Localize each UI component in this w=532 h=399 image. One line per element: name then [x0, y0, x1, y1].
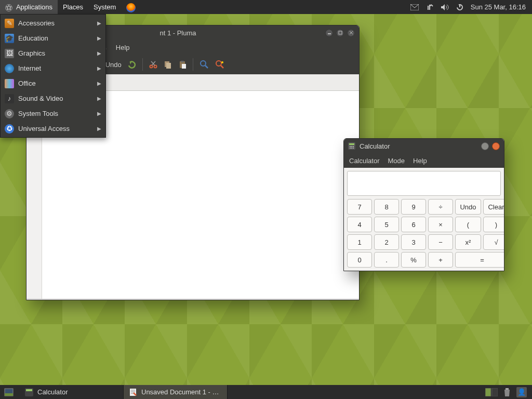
svg-rect-43	[492, 388, 498, 396]
accessories-icon: ✎	[5, 19, 14, 28]
calc-key-square[interactable]: x²	[455, 234, 481, 250]
menu-item-sound-video[interactable]: ♪ Sound & Video▶	[1, 91, 105, 106]
maximize-button[interactable]	[336, 29, 344, 37]
svg-rect-11	[339, 31, 342, 34]
text-editor-icon	[129, 388, 137, 396]
education-icon: 🎓	[5, 34, 14, 43]
copy-button[interactable]	[164, 60, 172, 69]
calc-key-0[interactable]: 0	[347, 252, 372, 268]
menu-item-education[interactable]: 🎓 Education▶	[1, 31, 105, 46]
calc-key-equals[interactable]: =	[455, 252, 504, 268]
power-icon[interactable]	[456, 4, 463, 11]
calculator-display[interactable]	[347, 171, 501, 196]
svg-rect-22	[181, 61, 184, 62]
calculator-icon	[25, 388, 33, 396]
graphics-icon: 🖼	[5, 49, 14, 58]
svg-rect-30	[349, 143, 354, 145]
calculator-icon	[348, 142, 355, 150]
menu-item-universal-access[interactable]: ✪ Universal Access▶	[1, 121, 105, 136]
calc-menu-calculator[interactable]: Calculator	[349, 157, 380, 165]
calc-key-9[interactable]: 9	[401, 199, 426, 215]
calculator-keypad: 7 8 9 ÷ Undo Clear 4 5 6 × ( ) 1 2 3 − x…	[347, 199, 501, 268]
system-tray: Sun 25 Mar, 16:16	[404, 3, 532, 11]
redo-button[interactable]	[128, 60, 136, 69]
calc-key-lparen[interactable]: (	[455, 217, 481, 232]
calc-key-7[interactable]: 7	[347, 199, 372, 215]
calc-key-1[interactable]: 1	[347, 234, 372, 250]
svg-point-3	[10, 6, 11, 7]
calc-key-8[interactable]: 8	[374, 199, 399, 215]
menu-item-accessories[interactable]: ✎ Accessories▶	[1, 16, 105, 31]
svg-line-25	[205, 65, 208, 68]
system-tools-icon: ⚙	[5, 109, 14, 118]
clock[interactable]: Sun 25 Mar, 16:16	[471, 3, 526, 11]
universal-access-icon: ✪	[5, 124, 14, 134]
calculator-menubar: Calculator Mode Help	[344, 153, 504, 168]
calc-key-undo[interactable]: Undo	[455, 199, 481, 215]
calc-key-minus[interactable]: −	[428, 234, 453, 250]
network-icon[interactable]	[426, 4, 433, 11]
mail-icon[interactable]	[410, 4, 419, 10]
calc-key-3[interactable]: 3	[401, 234, 426, 250]
taskbar-item-pluma[interactable]: Unsaved Document 1 - …	[124, 385, 228, 399]
svg-point-31	[350, 146, 351, 147]
calc-menu-help[interactable]: Help	[413, 157, 427, 165]
firefox-launcher[interactable]	[121, 0, 143, 14]
top-panel: Applications Places System Sun 25 Mar, 1…	[0, 0, 532, 14]
svg-point-34	[350, 148, 351, 149]
show-desktop-button[interactable]	[4, 388, 14, 396]
calc-key-5[interactable]: 5	[374, 217, 399, 232]
trash-icon[interactable]	[503, 388, 511, 397]
sound-video-icon: ♪	[5, 94, 14, 103]
calc-key-2[interactable]: 2	[374, 234, 399, 250]
svg-point-35	[351, 148, 352, 149]
paste-button[interactable]	[178, 60, 187, 69]
calculator-window: Calculator Calculator Mode Help 7 8 9 ÷ …	[343, 138, 504, 271]
menu-item-office[interactable]: Office▶	[1, 76, 105, 91]
calc-key-multiply[interactable]: ×	[428, 217, 453, 232]
close-button[interactable]	[347, 29, 355, 37]
find-replace-button[interactable]	[215, 60, 224, 69]
internet-icon	[5, 64, 14, 73]
calc-minimize-button[interactable]	[481, 142, 489, 150]
svg-point-24	[201, 61, 206, 66]
applications-menu-button[interactable]: Applications	[0, 0, 58, 14]
svg-rect-44	[506, 388, 509, 390]
calc-key-4[interactable]: 4	[347, 217, 372, 232]
firefox-icon	[126, 3, 136, 12]
calc-key-dot[interactable]: .	[374, 252, 399, 268]
menu-item-graphics[interactable]: 🖼 Graphics▶	[1, 46, 105, 61]
calc-key-clear[interactable]: Clear	[483, 199, 504, 215]
calc-key-plus[interactable]: +	[428, 252, 453, 268]
calc-menu-mode[interactable]: Mode	[388, 157, 405, 165]
taskbar-item-calculator[interactable]: Calculator	[20, 385, 124, 399]
calculator-titlebar[interactable]: Calculator	[344, 139, 504, 153]
minimize-button[interactable]	[325, 29, 333, 37]
menu-item-internet[interactable]: Internet▶	[1, 61, 105, 76]
volume-icon[interactable]	[441, 4, 449, 11]
calc-key-rparen[interactable]: )	[483, 217, 504, 232]
svg-point-4	[10, 9, 11, 10]
find-button[interactable]	[200, 60, 209, 69]
svg-line-27	[221, 65, 223, 68]
cut-button[interactable]	[149, 60, 157, 69]
svg-point-26	[216, 61, 221, 66]
calc-key-divide[interactable]: ÷	[428, 199, 453, 215]
calc-close-button[interactable]	[492, 142, 500, 150]
calc-key-sqrt[interactable]: √	[483, 234, 504, 250]
calc-key-percent[interactable]: %	[401, 252, 426, 268]
menu-help[interactable]: Help	[116, 44, 130, 51]
svg-point-32	[351, 146, 352, 147]
places-menu-button[interactable]: Places	[58, 0, 88, 14]
bottom-panel: Calculator Unsaved Document 1 - … 👤	[0, 385, 532, 399]
svg-point-5	[7, 9, 8, 10]
menu-item-system-tools[interactable]: ⚙ System Tools▶	[1, 106, 105, 121]
system-menu-button[interactable]: System	[88, 0, 121, 14]
user-icon[interactable]: 👤	[516, 387, 527, 397]
applications-label: Applications	[16, 3, 52, 11]
office-icon	[5, 79, 14, 88]
svg-point-28	[221, 61, 223, 63]
calc-key-6[interactable]: 6	[401, 217, 426, 232]
svg-point-36	[353, 148, 354, 149]
workspace-switcher[interactable]	[485, 388, 498, 396]
